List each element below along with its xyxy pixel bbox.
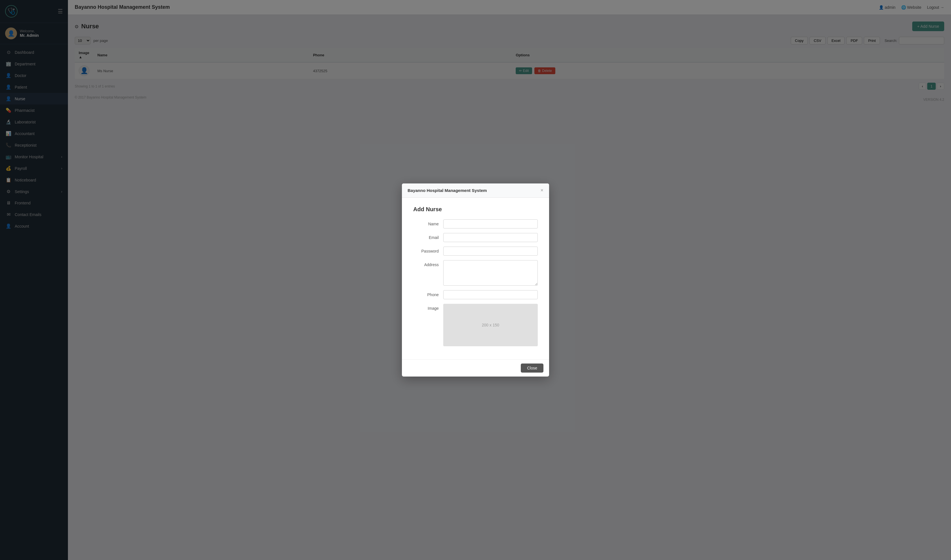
phone-field-group: Phone: [413, 290, 538, 299]
modal-title: Bayanno Hospital Management System: [408, 188, 487, 193]
phone-input[interactable]: [443, 290, 538, 299]
email-field-group: Email: [413, 233, 538, 242]
modal-footer: Close: [402, 359, 549, 377]
image-label: Image: [413, 304, 439, 311]
modal-body: Add Nurse Name Email Password Address Ph…: [402, 198, 549, 359]
address-field-group: Address: [413, 260, 538, 286]
address-label: Address: [413, 260, 439, 267]
modal-close-button[interactable]: ×: [540, 188, 543, 193]
image-field-group: Image 200 x 150: [413, 304, 538, 346]
image-placeholder[interactable]: 200 x 150: [443, 304, 538, 346]
name-field-group: Name: [413, 219, 538, 228]
password-label: Password: [413, 246, 439, 253]
email-input[interactable]: [443, 233, 538, 242]
email-label: Email: [413, 233, 439, 240]
add-nurse-modal: Bayanno Hospital Management System × Add…: [402, 183, 549, 377]
address-input[interactable]: [443, 260, 538, 286]
close-modal-button[interactable]: Close: [521, 363, 543, 372]
modal-header: Bayanno Hospital Management System ×: [402, 183, 549, 198]
password-field-group: Password: [413, 246, 538, 255]
password-input[interactable]: [443, 246, 538, 255]
name-input[interactable]: [443, 219, 538, 228]
form-title: Add Nurse: [413, 206, 538, 212]
phone-label: Phone: [413, 290, 439, 297]
modal-overlay: Bayanno Hospital Management System × Add…: [0, 0, 951, 560]
name-label: Name: [413, 219, 439, 226]
